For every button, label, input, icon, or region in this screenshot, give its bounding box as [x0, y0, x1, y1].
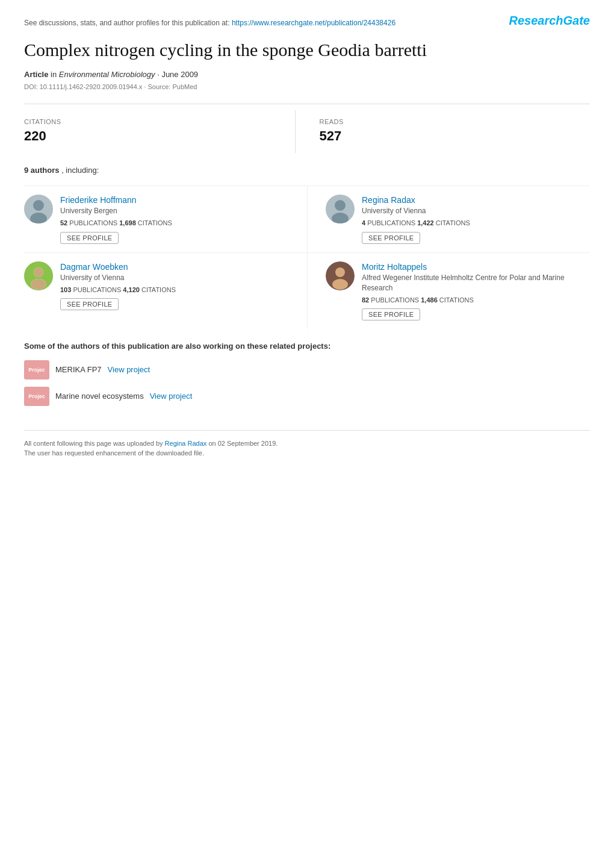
page-container: ResearchGate See discussions, stats, and… — [0, 0, 614, 482]
regina-pubs: 4 — [362, 219, 365, 226]
citations-block: CITATIONS 220 — [24, 110, 295, 152]
article-meta-in: in — [51, 70, 59, 79]
author-name-moritz[interactable]: Moritz Holtappels — [362, 262, 427, 272]
dagmar-cits-label: CITATIONS — [141, 286, 176, 293]
see-profile-button-moritz[interactable]: SEE PROFILE — [362, 308, 420, 320]
article-meta: Article in Environmental Microbiology · … — [24, 69, 590, 80]
footer-line1-pre: All content following this page was uplo… — [24, 440, 163, 447]
avatar-friederike — [24, 195, 53, 223]
reads-label: READS — [320, 117, 591, 126]
author-card-3: Moritz Holtappels Alfred Wegener Institu… — [307, 252, 590, 329]
author-affiliation-regina: University of Vienna — [362, 206, 590, 216]
author-card-0: Friederike Hoffmann University Bergen 52… — [24, 186, 307, 252]
top-notice: See discussions, stats, and author profi… — [24, 18, 590, 28]
project-badge-0: Projec — [24, 360, 49, 379]
authors-heading-post: , including: — [61, 166, 99, 175]
citations-label: CITATIONS — [24, 117, 295, 126]
related-projects-heading: Some of the authors of this publication … — [24, 341, 590, 352]
footer-note: All content following this page was uplo… — [24, 430, 590, 458]
project-link-1[interactable]: View project — [150, 391, 193, 402]
doi-line: DOI: 10.1111/j.1462-2920.2009.01944.x · … — [24, 83, 590, 92]
authors-grid: Friederike Hoffmann University Bergen 52… — [24, 186, 590, 329]
footer-line-1: All content following this page was uplo… — [24, 439, 590, 448]
footer-line1-post: on 02 September 2019. — [208, 440, 278, 447]
author-info-regina: Regina Radax University of Vienna 4 PUBL… — [362, 195, 590, 244]
reads-value: 527 — [320, 127, 591, 146]
svg-point-9 — [34, 267, 43, 277]
paper-title: Complex nitrogen cycling in the sponge G… — [24, 39, 590, 61]
svg-point-1 — [33, 200, 44, 211]
author-stats-friederike: 52 PUBLICATIONS 1,698 CITATIONS — [60, 219, 289, 228]
author-name-dagmar[interactable]: Dagmar Woebken — [60, 262, 128, 272]
brand-logo: ResearchGate — [509, 12, 590, 29]
project-badge-text-1: Projec — [28, 393, 45, 401]
project-badge-1: Projec — [24, 387, 49, 406]
friederike-pubs: 52 — [60, 219, 67, 226]
author-card-1: Regina Radax University of Vienna 4 PUBL… — [307, 186, 590, 252]
friederike-cits-label: CITATIONS — [138, 219, 172, 226]
regina-cits: 1,422 — [417, 219, 434, 226]
project-name-1: Marine novel ecosystems — [55, 391, 144, 402]
see-profile-button-dagmar[interactable]: SEE PROFILE — [60, 298, 119, 310]
journal-name: Environmental Microbiology — [59, 70, 155, 79]
project-badge-text-0: Projec — [28, 366, 45, 374]
author-stats-moritz: 82 PUBLICATIONS 1,486 CITATIONS — [362, 296, 590, 305]
dagmar-pubs: 103 — [60, 286, 71, 293]
dagmar-pubs-label: PUBLICATIONS — [73, 286, 123, 293]
project-name-0: MERIKA FP7 — [55, 364, 102, 375]
author-info-dagmar: Dagmar Woebken University of Vienna 103 … — [60, 261, 289, 311]
avatar-dagmar — [24, 261, 53, 290]
author-info-friederike: Friederike Hoffmann University Bergen 52… — [60, 195, 289, 244]
authors-count: 9 authors — [24, 166, 60, 175]
author-affiliation-moritz: Alfred Wegener Institute Helmholtz Centr… — [362, 273, 590, 293]
see-profile-button-friederike[interactable]: SEE PROFILE — [60, 232, 119, 244]
friederike-cits: 1,698 — [119, 219, 136, 226]
svg-point-4 — [335, 200, 346, 211]
see-profile-button-regina[interactable]: SEE PROFILE — [362, 232, 420, 244]
footer-uploader-link[interactable]: Regina Radax — [165, 440, 207, 447]
stats-row: CITATIONS 220 READS 527 — [24, 110, 590, 152]
author-name-regina[interactable]: Regina Radax — [362, 195, 415, 205]
reads-block: READS 527 — [295, 110, 591, 152]
avatar-moritz — [326, 261, 355, 290]
moritz-cits-label: CITATIONS — [439, 296, 474, 304]
article-date: June 2009 — [161, 70, 198, 79]
footer-line-2: The user has requested enhancement of th… — [24, 449, 590, 458]
moritz-cits: 1,486 — [421, 296, 438, 304]
author-name-friederike[interactable]: Friederike Hoffmann — [60, 195, 137, 205]
moritz-pubs-label: PUBLICATIONS — [371, 296, 421, 304]
divider-top — [24, 104, 590, 104]
article-type-label: Article — [24, 70, 48, 79]
svg-point-12 — [335, 267, 345, 277]
regina-cits-label: CITATIONS — [436, 219, 470, 226]
project-item-0: Projec MERIKA FP7 View project — [24, 360, 590, 379]
author-affiliation-friederike: University Bergen — [60, 206, 289, 216]
svg-point-13 — [332, 279, 348, 290]
moritz-pubs: 82 — [362, 296, 369, 304]
author-info-moritz: Moritz Holtappels Alfred Wegener Institu… — [362, 261, 590, 321]
author-card-2: Dagmar Woebken University of Vienna 103 … — [24, 252, 307, 329]
dagmar-cits: 4,120 — [123, 286, 140, 293]
author-stats-dagmar: 103 PUBLICATIONS 4,120 CITATIONS — [60, 286, 289, 295]
avatar-regina — [326, 195, 355, 223]
publication-url-link[interactable]: https://www.researchgate.net/publication… — [232, 19, 395, 27]
citations-value: 220 — [24, 127, 295, 146]
friederike-pubs-label: PUBLICATIONS — [69, 219, 119, 226]
author-affiliation-dagmar: University of Vienna — [60, 273, 289, 283]
authors-heading: 9 authors , including: — [24, 165, 590, 176]
regina-pubs-label: PUBLICATIONS — [367, 219, 417, 226]
top-notice-text: See discussions, stats, and author profi… — [24, 19, 230, 27]
author-stats-regina: 4 PUBLICATIONS 1,422 CITATIONS — [362, 219, 590, 228]
project-link-0[interactable]: View project — [108, 364, 150, 375]
svg-point-10 — [31, 279, 46, 290]
project-item-1: Projec Marine novel ecosystems View proj… — [24, 387, 590, 406]
